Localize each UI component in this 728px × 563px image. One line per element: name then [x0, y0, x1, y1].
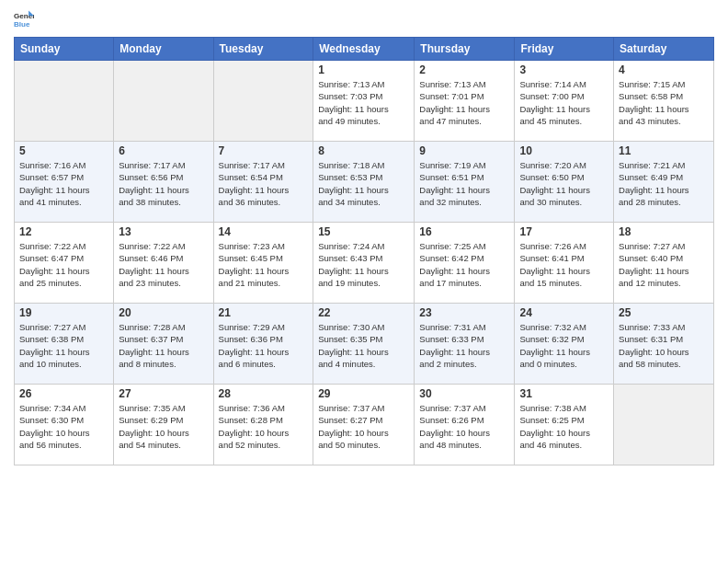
day-number: 10	[519, 144, 609, 157]
calendar-cell: 19Sunrise: 7:27 AM Sunset: 6:38 PM Dayli…	[15, 304, 114, 385]
calendar-cell: 13Sunrise: 7:22 AM Sunset: 6:46 PM Dayli…	[114, 223, 213, 304]
calendar-cell: 1Sunrise: 7:13 AM Sunset: 7:03 PM Daylig…	[313, 61, 415, 142]
day-number: 6	[119, 144, 208, 157]
day-info: Sunrise: 7:22 AM Sunset: 6:47 PM Dayligh…	[19, 240, 108, 289]
calendar-cell: 7Sunrise: 7:17 AM Sunset: 6:54 PM Daylig…	[213, 142, 313, 223]
day-number: 26	[19, 387, 108, 400]
day-info: Sunrise: 7:25 AM Sunset: 6:42 PM Dayligh…	[419, 240, 509, 289]
calendar-cell: 14Sunrise: 7:23 AM Sunset: 6:45 PM Dayli…	[213, 223, 313, 304]
day-number: 9	[419, 144, 509, 157]
day-info: Sunrise: 7:24 AM Sunset: 6:43 PM Dayligh…	[318, 240, 409, 289]
day-info: Sunrise: 7:27 AM Sunset: 6:38 PM Dayligh…	[19, 321, 108, 370]
calendar-cell: 31Sunrise: 7:38 AM Sunset: 6:25 PM Dayli…	[515, 385, 614, 465]
calendar-cell: 9Sunrise: 7:19 AM Sunset: 6:51 PM Daylig…	[415, 142, 515, 223]
day-info: Sunrise: 7:29 AM Sunset: 6:36 PM Dayligh…	[219, 321, 309, 370]
col-wednesday: Wednesday	[313, 38, 415, 61]
page: General Blue Sunday Monday Tuesday Wedne…	[0, 0, 728, 563]
day-number: 19	[19, 306, 108, 319]
day-number: 2	[419, 63, 509, 76]
header: General Blue	[14, 9, 714, 29]
calendar-cell	[614, 385, 714, 465]
col-monday: Monday	[114, 38, 213, 61]
day-info: Sunrise: 7:27 AM Sunset: 6:40 PM Dayligh…	[619, 240, 709, 289]
calendar-cell: 25Sunrise: 7:33 AM Sunset: 6:31 PM Dayli…	[614, 304, 714, 385]
week-row-0: 1Sunrise: 7:13 AM Sunset: 7:03 PM Daylig…	[15, 61, 714, 142]
header-row: Sunday Monday Tuesday Wednesday Thursday…	[15, 38, 714, 61]
day-info: Sunrise: 7:33 AM Sunset: 6:31 PM Dayligh…	[619, 321, 709, 370]
day-info: Sunrise: 7:23 AM Sunset: 6:45 PM Dayligh…	[219, 240, 309, 289]
day-number: 23	[419, 306, 509, 319]
calendar-cell: 24Sunrise: 7:32 AM Sunset: 6:32 PM Dayli…	[515, 304, 614, 385]
week-row-2: 12Sunrise: 7:22 AM Sunset: 6:47 PM Dayli…	[15, 223, 714, 304]
day-number: 29	[318, 387, 409, 400]
day-info: Sunrise: 7:36 AM Sunset: 6:28 PM Dayligh…	[219, 402, 309, 451]
day-number: 31	[519, 387, 609, 400]
calendar-cell: 21Sunrise: 7:29 AM Sunset: 6:36 PM Dayli…	[213, 304, 313, 385]
calendar-table: Sunday Monday Tuesday Wednesday Thursday…	[14, 37, 714, 465]
calendar-cell: 3Sunrise: 7:14 AM Sunset: 7:00 PM Daylig…	[515, 61, 614, 142]
day-info: Sunrise: 7:18 AM Sunset: 6:53 PM Dayligh…	[318, 159, 409, 208]
day-number: 25	[619, 306, 709, 319]
day-info: Sunrise: 7:37 AM Sunset: 6:26 PM Dayligh…	[419, 402, 509, 451]
col-friday: Friday	[515, 38, 614, 61]
day-number: 4	[619, 63, 709, 76]
day-number: 13	[119, 225, 208, 238]
day-number: 18	[619, 225, 709, 238]
calendar-cell: 18Sunrise: 7:27 AM Sunset: 6:40 PM Dayli…	[614, 223, 714, 304]
calendar-cell: 16Sunrise: 7:25 AM Sunset: 6:42 PM Dayli…	[415, 223, 515, 304]
calendar-cell: 23Sunrise: 7:31 AM Sunset: 6:33 PM Dayli…	[415, 304, 515, 385]
day-number: 22	[318, 306, 409, 319]
calendar-cell: 2Sunrise: 7:13 AM Sunset: 7:01 PM Daylig…	[415, 61, 515, 142]
day-info: Sunrise: 7:30 AM Sunset: 6:35 PM Dayligh…	[318, 321, 409, 370]
calendar-cell: 20Sunrise: 7:28 AM Sunset: 6:37 PM Dayli…	[114, 304, 213, 385]
week-row-1: 5Sunrise: 7:16 AM Sunset: 6:57 PM Daylig…	[15, 142, 714, 223]
calendar-cell	[213, 61, 313, 142]
day-number: 1	[318, 63, 409, 76]
day-info: Sunrise: 7:17 AM Sunset: 6:56 PM Dayligh…	[119, 159, 208, 208]
calendar-cell: 12Sunrise: 7:22 AM Sunset: 6:47 PM Dayli…	[15, 223, 114, 304]
day-number: 8	[318, 144, 409, 157]
day-info: Sunrise: 7:31 AM Sunset: 6:33 PM Dayligh…	[419, 321, 509, 370]
week-row-3: 19Sunrise: 7:27 AM Sunset: 6:38 PM Dayli…	[15, 304, 714, 385]
calendar-cell: 6Sunrise: 7:17 AM Sunset: 6:56 PM Daylig…	[114, 142, 213, 223]
calendar-cell: 22Sunrise: 7:30 AM Sunset: 6:35 PM Dayli…	[313, 304, 415, 385]
day-info: Sunrise: 7:22 AM Sunset: 6:46 PM Dayligh…	[119, 240, 208, 289]
calendar-cell: 28Sunrise: 7:36 AM Sunset: 6:28 PM Dayli…	[213, 385, 313, 465]
day-info: Sunrise: 7:13 AM Sunset: 7:01 PM Dayligh…	[419, 78, 509, 127]
col-thursday: Thursday	[415, 38, 515, 61]
calendar-cell: 11Sunrise: 7:21 AM Sunset: 6:49 PM Dayli…	[614, 142, 714, 223]
day-number: 17	[519, 225, 609, 238]
day-info: Sunrise: 7:16 AM Sunset: 6:57 PM Dayligh…	[19, 159, 108, 208]
col-sunday: Sunday	[15, 38, 114, 61]
day-number: 24	[519, 306, 609, 319]
day-number: 3	[519, 63, 609, 76]
day-info: Sunrise: 7:13 AM Sunset: 7:03 PM Dayligh…	[318, 78, 409, 127]
day-number: 21	[219, 306, 309, 319]
day-number: 28	[219, 387, 309, 400]
calendar-cell: 26Sunrise: 7:34 AM Sunset: 6:30 PM Dayli…	[15, 385, 114, 465]
day-number: 30	[419, 387, 509, 400]
day-info: Sunrise: 7:17 AM Sunset: 6:54 PM Dayligh…	[219, 159, 309, 208]
day-number: 11	[619, 144, 709, 157]
day-info: Sunrise: 7:26 AM Sunset: 6:41 PM Dayligh…	[519, 240, 609, 289]
calendar-cell: 29Sunrise: 7:37 AM Sunset: 6:27 PM Dayli…	[313, 385, 415, 465]
day-info: Sunrise: 7:35 AM Sunset: 6:29 PM Dayligh…	[119, 402, 208, 451]
calendar-cell: 5Sunrise: 7:16 AM Sunset: 6:57 PM Daylig…	[15, 142, 114, 223]
calendar-cell: 27Sunrise: 7:35 AM Sunset: 6:29 PM Dayli…	[114, 385, 213, 465]
svg-text:Blue: Blue	[14, 20, 30, 29]
day-info: Sunrise: 7:14 AM Sunset: 7:00 PM Dayligh…	[519, 78, 609, 127]
week-row-4: 26Sunrise: 7:34 AM Sunset: 6:30 PM Dayli…	[15, 385, 714, 465]
calendar-cell: 15Sunrise: 7:24 AM Sunset: 6:43 PM Dayli…	[313, 223, 415, 304]
day-number: 7	[219, 144, 309, 157]
day-number: 12	[19, 225, 108, 238]
col-tuesday: Tuesday	[213, 38, 313, 61]
day-info: Sunrise: 7:20 AM Sunset: 6:50 PM Dayligh…	[519, 159, 609, 208]
day-info: Sunrise: 7:32 AM Sunset: 6:32 PM Dayligh…	[519, 321, 609, 370]
day-info: Sunrise: 7:21 AM Sunset: 6:49 PM Dayligh…	[619, 159, 709, 208]
logo-icon: General Blue	[14, 9, 34, 29]
day-info: Sunrise: 7:28 AM Sunset: 6:37 PM Dayligh…	[119, 321, 208, 370]
calendar-cell	[114, 61, 213, 142]
day-info: Sunrise: 7:15 AM Sunset: 6:58 PM Dayligh…	[619, 78, 709, 127]
day-info: Sunrise: 7:34 AM Sunset: 6:30 PM Dayligh…	[19, 402, 108, 451]
day-number: 5	[19, 144, 108, 157]
